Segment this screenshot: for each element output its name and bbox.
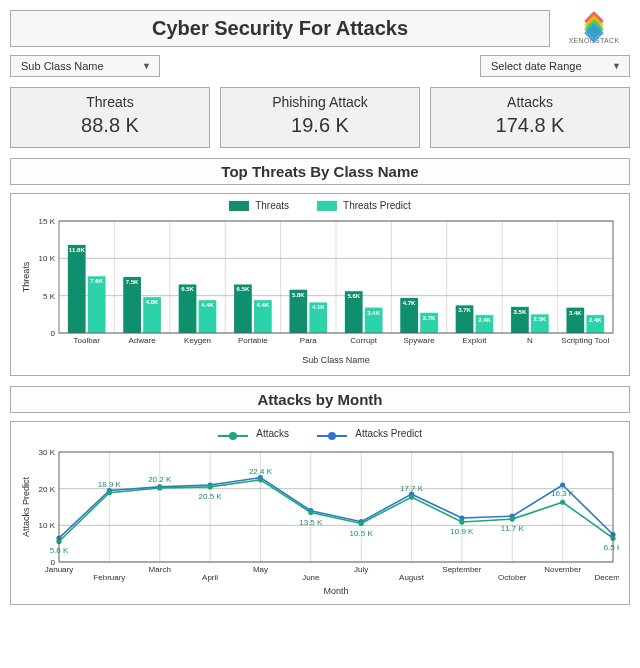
svg-text:6.5K: 6.5K xyxy=(181,287,194,293)
svg-text:Adware: Adware xyxy=(129,336,157,345)
svg-point-122 xyxy=(409,495,414,500)
svg-text:4.4K: 4.4K xyxy=(201,303,214,309)
legend-swatch-attacks xyxy=(218,432,248,440)
date-range-dropdown-label: Select date Range xyxy=(491,60,582,72)
svg-text:6.5 K: 6.5 K xyxy=(604,544,619,553)
svg-point-124 xyxy=(510,517,515,522)
svg-text:2.5K: 2.5K xyxy=(534,317,547,323)
svg-text:Keygen: Keygen xyxy=(184,336,211,345)
svg-text:30 K: 30 K xyxy=(39,448,56,457)
svg-text:February: February xyxy=(93,573,125,582)
kpi-row: Threats 88.8 K Phishing Attack 19.6 K At… xyxy=(10,87,630,148)
svg-text:4.1K: 4.1K xyxy=(312,305,325,311)
svg-text:Attacks Predict: Attacks Predict xyxy=(21,477,31,538)
svg-text:2.4K: 2.4K xyxy=(478,317,491,323)
stack-icon xyxy=(583,14,605,36)
svg-text:April: April xyxy=(202,573,218,582)
svg-text:20.2 K: 20.2 K xyxy=(148,475,172,484)
svg-text:20 K: 20 K xyxy=(39,485,56,494)
svg-point-117 xyxy=(157,486,162,491)
svg-text:10 K: 10 K xyxy=(39,522,56,531)
date-range-dropdown[interactable]: Select date Range xyxy=(480,55,630,77)
legend-label: Threats Predict xyxy=(343,200,411,211)
svg-text:2.4K: 2.4K xyxy=(589,317,602,323)
svg-text:16.3 K: 16.3 K xyxy=(551,490,575,499)
svg-point-125 xyxy=(560,500,565,505)
svg-text:4.8K: 4.8K xyxy=(146,300,159,306)
svg-text:N: N xyxy=(527,336,533,345)
page-title: Cyber Security For Attacks xyxy=(10,10,550,47)
bar-legend: Threats Threats Predict xyxy=(19,200,621,211)
svg-text:6.5K: 6.5K xyxy=(237,287,250,293)
svg-text:4.7K: 4.7K xyxy=(403,300,416,306)
svg-point-118 xyxy=(207,485,212,490)
line-chart: 010 K20 K30 KJanuaryFebruaryMarchAprilMa… xyxy=(19,446,619,596)
svg-rect-139 xyxy=(59,452,613,562)
svg-text:13.5 K: 13.5 K xyxy=(299,518,323,527)
svg-text:3.7K: 3.7K xyxy=(458,308,471,314)
panel-attacks-month: Attacks Attacks Predict 010 K20 K30 KJan… xyxy=(10,421,630,605)
svg-rect-15 xyxy=(123,277,141,333)
kpi-phishing: Phishing Attack 19.6 K xyxy=(220,87,420,148)
svg-text:3.5K: 3.5K xyxy=(514,309,527,315)
svg-text:June: June xyxy=(302,573,320,582)
svg-point-121 xyxy=(359,521,364,526)
svg-text:10.9 K: 10.9 K xyxy=(450,527,474,536)
svg-text:Month: Month xyxy=(323,586,348,596)
kpi-attacks: Attacks 174.8 K xyxy=(430,87,630,148)
svg-text:10 K: 10 K xyxy=(39,255,56,264)
svg-point-119 xyxy=(258,478,263,483)
kpi-threats: Threats 88.8 K xyxy=(10,87,210,148)
svg-text:3.4K: 3.4K xyxy=(367,310,380,316)
svg-text:September: September xyxy=(442,565,481,574)
svg-text:August: August xyxy=(399,573,425,582)
legend-swatch-attacks-predict xyxy=(317,432,347,440)
svg-text:Sub Class Name: Sub Class Name xyxy=(302,355,370,365)
kpi-value: 19.6 K xyxy=(225,114,415,137)
svg-text:17.7 K: 17.7 K xyxy=(400,484,424,493)
svg-text:Para: Para xyxy=(300,336,317,345)
svg-text:May: May xyxy=(253,565,268,574)
legend-label: Attacks xyxy=(256,428,289,439)
svg-text:2.7K: 2.7K xyxy=(423,315,436,321)
svg-text:Scripting Tool: Scripting Tool xyxy=(561,336,609,345)
svg-rect-10 xyxy=(88,277,106,334)
svg-text:December: December xyxy=(595,573,619,582)
svg-text:July: July xyxy=(354,565,368,574)
kpi-label: Attacks xyxy=(435,94,625,110)
svg-text:November: November xyxy=(544,565,581,574)
svg-text:Portable: Portable xyxy=(238,336,268,345)
panel-title-top-threats: Top Threats By Class Name xyxy=(10,158,630,185)
subclass-dropdown-label: Sub Class Name xyxy=(21,60,104,72)
svg-text:10.5 K: 10.5 K xyxy=(350,529,374,538)
svg-rect-9 xyxy=(68,245,86,333)
legend-swatch-threats xyxy=(229,201,249,211)
svg-text:Exploit: Exploit xyxy=(462,336,487,345)
svg-text:15 K: 15 K xyxy=(39,217,56,226)
svg-text:5 K: 5 K xyxy=(43,292,56,301)
legend-swatch-threats-predict xyxy=(317,201,337,211)
line-legend: Attacks Attacks Predict xyxy=(19,428,621,440)
svg-text:January: January xyxy=(45,565,73,574)
svg-text:October: October xyxy=(498,573,527,582)
kpi-value: 174.8 K xyxy=(435,114,625,137)
svg-text:7.6K: 7.6K xyxy=(90,279,103,285)
brand-logo: XENONSTACK xyxy=(558,10,630,47)
svg-text:5.8K: 5.8K xyxy=(292,292,305,298)
svg-text:Spyware: Spyware xyxy=(404,336,436,345)
svg-text:7.5K: 7.5K xyxy=(126,279,139,285)
svg-text:11.7 K: 11.7 K xyxy=(501,524,525,533)
svg-text:3.4K: 3.4K xyxy=(569,310,582,316)
kpi-value: 88.8 K xyxy=(15,114,205,137)
svg-point-123 xyxy=(459,520,464,525)
svg-point-120 xyxy=(308,510,313,515)
subclass-dropdown[interactable]: Sub Class Name xyxy=(10,55,160,77)
svg-text:4.4K: 4.4K xyxy=(257,303,270,309)
svg-text:11.8K: 11.8K xyxy=(69,247,86,253)
panel-title-attacks-month: Attacks by Month xyxy=(10,386,630,413)
svg-text:0: 0 xyxy=(51,329,56,338)
svg-text:20.5 K: 20.5 K xyxy=(199,492,223,501)
svg-text:Corrupt: Corrupt xyxy=(350,336,377,345)
svg-text:Threats: Threats xyxy=(21,262,31,293)
svg-text:18.9 K: 18.9 K xyxy=(98,480,122,489)
